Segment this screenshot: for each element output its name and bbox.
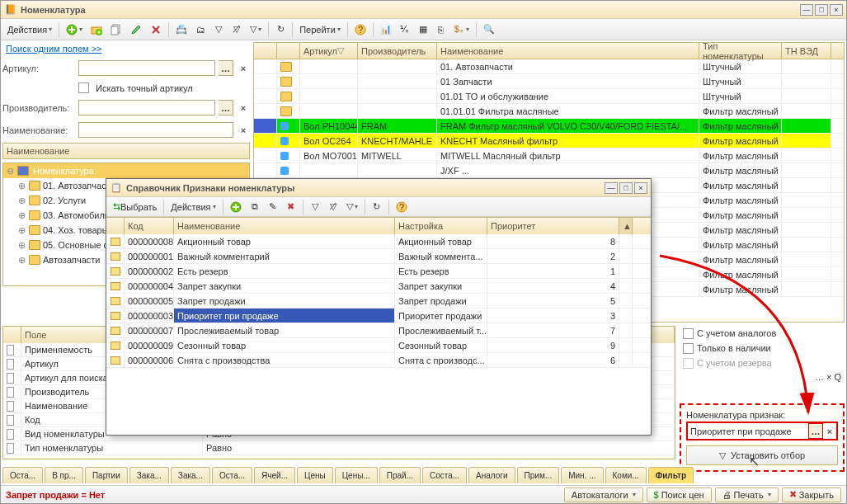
tab[interactable]: Ячей... — [254, 467, 295, 483]
article-dots[interactable]: … — [219, 60, 233, 76]
close-form-button[interactable]: ✖Закрыть — [782, 488, 841, 502]
grid-row[interactable]: Вол MO7001MITWELLMITWELL Масляный фильтр… — [254, 148, 844, 163]
tb-icon-2[interactable]: 🗂 — [192, 21, 209, 38]
filter-row[interactable]: Тип номенклатурыРавно — [3, 441, 675, 455]
article-clear[interactable]: × — [237, 60, 250, 76]
grid-row[interactable]: 01. АвтозапчастиШтучный — [254, 59, 844, 74]
select-button[interactable]: ⇆ Выбрать — [110, 199, 160, 215]
reserve-checkbox[interactable] — [683, 358, 694, 369]
grid-col[interactable]: ТН ВЭД — [782, 43, 831, 59]
dots-small[interactable]: … — [815, 372, 824, 382]
search-link[interactable]: Поиск одним полем >> — [6, 44, 102, 54]
analogs-checkbox[interactable] — [683, 328, 694, 339]
modal-del[interactable]: ✖ — [283, 199, 299, 215]
tab[interactable]: Цены — [297, 467, 333, 483]
filter-value-clear[interactable]: × — [823, 423, 836, 439]
tab[interactable]: Прай... — [379, 467, 421, 483]
close-button[interactable]: × — [830, 4, 843, 16]
modal-refresh[interactable]: ↻ — [369, 199, 385, 215]
modal-col[interactable]: Наименование — [174, 218, 395, 234]
tab[interactable]: Зака... — [171, 467, 210, 483]
grid-col[interactable]: Наименование — [437, 43, 699, 59]
modal-row[interactable]: 000000008Акционный товарАкционный товар8 — [106, 234, 651, 249]
grid-col[interactable]: Артикул ▽ — [300, 43, 358, 59]
grid-col[interactable]: Производитель — [358, 43, 437, 59]
add-button[interactable] — [63, 21, 86, 38]
grid-row[interactable]: Вол PH10044FRAMFRAM Фильтр масляный VOLV… — [254, 119, 844, 134]
modal-maximize[interactable]: □ — [619, 182, 633, 194]
tab[interactable]: Мин. ... — [561, 467, 603, 483]
grid-row[interactable]: 01.01.01 Фильтра масляныеФильтр масляный — [254, 104, 844, 119]
maximize-button[interactable]: □ — [815, 4, 828, 16]
tab[interactable]: Аналоги — [468, 467, 515, 483]
add-folder-button[interactable] — [87, 21, 106, 38]
modal-col[interactable]: Настройка — [395, 218, 487, 234]
minimize-button[interactable]: — — [800, 4, 813, 16]
modal-add[interactable] — [227, 199, 245, 215]
tab[interactable]: Оста... — [2, 467, 43, 483]
modal-col[interactable] — [106, 218, 125, 234]
tb-extra-2[interactable]: ⅟ₓ — [397, 21, 413, 38]
edit-button[interactable] — [127, 21, 145, 38]
name-input[interactable] — [78, 122, 233, 138]
grid-col[interactable] — [254, 43, 277, 59]
tab[interactable]: Соста... — [422, 467, 467, 483]
modal-grid[interactable]: КодНаименованиеНастройкаПриоритет▲ 00000… — [106, 217, 651, 435]
modal-help[interactable]: ? — [393, 199, 411, 215]
tab[interactable]: В пр... — [45, 467, 83, 483]
help-icon[interactable]: ? — [351, 21, 369, 38]
grid-col[interactable] — [277, 43, 300, 59]
modal-row[interactable]: 000000004Запрет закупкиЗапрет закупки4 — [106, 279, 651, 294]
tb-icon-1[interactable]: 📇 — [172, 21, 191, 38]
manufacturer-dots[interactable]: … — [219, 100, 233, 115]
modal-col[interactable]: Приоритет — [487, 218, 619, 234]
apply-filter-button[interactable]: ▽ Установить отбор — [686, 445, 838, 465]
print-button[interactable]: 🖨Печать — [715, 488, 779, 502]
tab[interactable]: Зака... — [129, 467, 169, 483]
modal-row[interactable]: 000000006Снята с производстваСнята с про… — [106, 353, 651, 368]
instock-checkbox[interactable] — [683, 343, 694, 354]
copy-button[interactable] — [107, 21, 125, 38]
tab[interactable]: Коми... — [605, 467, 647, 483]
modal-close[interactable]: × — [634, 182, 647, 194]
filter-off-icon[interactable]: ▽̸ — [228, 21, 245, 38]
grid-row[interactable]: 01.01 ТО и обслуживаниеШтучный — [254, 89, 844, 104]
grid-row[interactable]: Вол OC264KNECHT/MAHLEKNECHT Масляный фил… — [254, 134, 844, 148]
filter-value-dots[interactable]: … — [808, 423, 823, 439]
poisk-button[interactable]: $Поиск цен — [647, 488, 712, 502]
binoculars-icon[interactable]: 🔍 — [480, 21, 498, 38]
tab[interactable]: Фильтр — [648, 467, 694, 483]
modal-row[interactable]: 000000009Сезонный товарСезонный товар9 — [106, 338, 651, 353]
autocat-button[interactable]: Автокаталоги — [564, 488, 643, 502]
article-input[interactable] — [78, 60, 215, 76]
tree-root[interactable]: ⊖Номенклатура — [3, 163, 249, 178]
tab[interactable]: Партии — [85, 467, 128, 483]
tab[interactable]: Прим... — [517, 467, 560, 483]
filter-value-input[interactable] — [688, 423, 808, 439]
filter-menu-icon[interactable]: ▽ — [247, 21, 265, 38]
x-small[interactable]: × Q — [826, 372, 841, 382]
modal-minimize[interactable]: — — [605, 182, 618, 194]
modal-row[interactable]: 000000005Запрет продажиЗапрет продажи5 — [106, 294, 651, 309]
actions-menu[interactable]: Действия — [4, 21, 55, 38]
modal-filter2[interactable]: ▽̸ — [325, 199, 341, 215]
grid-row[interactable]: 01 ЗапчастиШтучный — [254, 74, 844, 89]
modal-row[interactable]: 000000007Прослеживаемый товарПрослеживае… — [106, 323, 651, 338]
tb-extra-5[interactable]: $₊ — [451, 21, 473, 38]
delete-button[interactable] — [147, 21, 165, 38]
modal-col[interactable]: Код — [125, 218, 174, 234]
modal-filter3[interactable]: ▽ — [343, 199, 361, 215]
tb-extra-1[interactable]: 📊 — [377, 21, 395, 38]
goto-menu[interactable]: Перейти — [296, 21, 344, 38]
name-clear[interactable]: × — [237, 122, 250, 138]
refresh-icon[interactable]: ↻ — [272, 21, 289, 38]
modal-row[interactable]: 000000001Важный комментарийВажный коммен… — [106, 249, 651, 264]
modal-row[interactable]: 000000003Приоритет при продажеПриоритет … — [106, 309, 651, 323]
tb-extra-4[interactable]: ⎘ — [433, 21, 449, 38]
tab[interactable]: Оста... — [212, 467, 252, 483]
modal-copy[interactable]: ⧉ — [247, 199, 263, 215]
grid-row[interactable]: J/XF ...Фильтр масляный — [254, 163, 844, 178]
manufacturer-input[interactable] — [78, 100, 215, 115]
modal-row[interactable]: 000000002Есть резервЕсть резерв1 — [106, 264, 651, 279]
filter-icon[interactable]: ▽ — [210, 21, 227, 38]
